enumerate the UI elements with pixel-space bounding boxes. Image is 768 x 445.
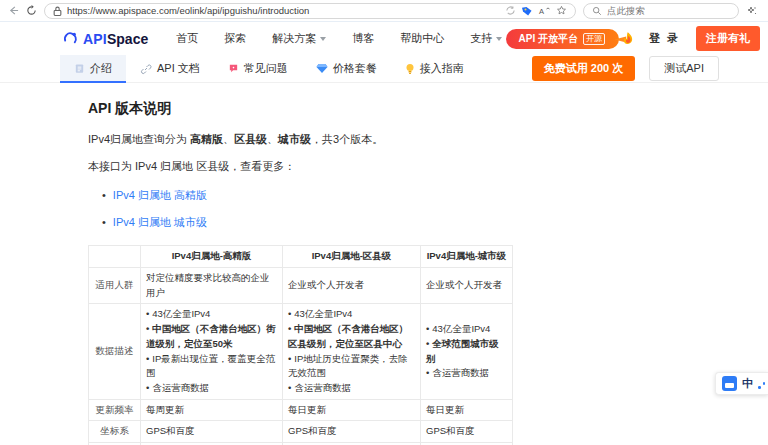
row-label: 数据描述 xyxy=(89,304,141,399)
sparkle-icon[interactable] xyxy=(746,5,758,17)
favorite-star-icon[interactable] xyxy=(556,5,567,16)
menu-item-help[interactable]: 帮助中心 xyxy=(400,31,444,46)
translate-icon[interactable] xyxy=(505,5,516,16)
text-segment: 城市级 xyxy=(278,133,311,145)
open-platform-badge[interactable]: API 开放平台 开源 xyxy=(506,29,618,49)
table-cell: 每周更新 xyxy=(141,399,283,421)
lightbulb-icon xyxy=(405,63,415,75)
svg-text:A: A xyxy=(539,7,544,16)
table-row: 适用人群对定位精度要求比较高的企业用户企业或个人开发者企业或个人开发者 xyxy=(89,267,513,303)
bullet-icon: • xyxy=(288,308,291,319)
browser-toolbar: https://www.apispace.com/eolink/api/ipgu… xyxy=(0,0,768,22)
text-segment: 高精版 xyxy=(190,133,223,145)
browser-search-box[interactable] xyxy=(583,3,739,19)
document-icon xyxy=(74,63,85,74)
table-header-cell xyxy=(89,246,141,268)
back-icon[interactable] xyxy=(8,5,19,16)
table-header-cell: IPv4归属地-高精版 xyxy=(141,246,283,268)
table-header-row: IPv4归属地-高精版IPv4归属地-区县级IPv4归属地-城市级 xyxy=(89,246,513,268)
translate-language-label: 中 xyxy=(742,376,753,391)
address-bar[interactable]: https://www.apispace.com/eolink/api/ipgu… xyxy=(44,3,576,19)
tab-faq[interactable]: 常见问题 xyxy=(214,55,302,82)
search-icon xyxy=(592,6,602,16)
chevron-down-icon xyxy=(496,37,502,41)
translate-dots-icon xyxy=(758,379,765,389)
tab-api-docs[interactable]: API 文档 xyxy=(126,55,214,82)
bullet-item: •IP地址历史位置聚类，去除无效范围 xyxy=(288,352,415,381)
table-cell: GPS和百度 xyxy=(141,421,283,443)
table-cell: GPS和百度 xyxy=(283,421,421,443)
open-source-tag: 开源 xyxy=(583,33,605,45)
bullet-item: •含运营商数据 xyxy=(426,366,507,381)
bullet-item: •中国地区（不含港台地区）区县级别，定位至区县中心 xyxy=(288,322,415,351)
main-menu: 首页 探索 解决方案 博客 帮助中心 支持 xyxy=(176,31,502,46)
tab-pricing[interactable]: 价格套餐 xyxy=(302,55,391,82)
menu-item-support[interactable]: 支持 xyxy=(470,31,502,46)
table-cell: 企业或个人开发者 xyxy=(283,267,421,303)
faq-icon xyxy=(228,63,239,74)
version-link-list: IPv4 归属地 高精版IPv4 归属地 城市级 xyxy=(102,188,768,230)
table-row: 数据描述•43亿全量IPv4•中国地区（不含港台地区）街道级别，定位至50米•I… xyxy=(89,304,513,399)
bullet-item: •43亿全量IPv4 xyxy=(146,307,277,322)
test-api-button[interactable]: 测试API xyxy=(649,56,719,81)
read-aloud-icon[interactable]: A xyxy=(538,5,551,16)
version-comparison-table: IPv4归属地-高精版IPv4归属地-区县级IPv4归属地-城市级适用人群对定位… xyxy=(88,245,513,445)
text-segment: 、 xyxy=(267,133,278,145)
more-paragraph: 本接口为 IPv4 归属地 区县级，查看更多： xyxy=(88,158,768,176)
lock-icon xyxy=(53,6,62,16)
bullet-item: •IP最新出现位置，覆盖更全范围 xyxy=(146,352,277,381)
row-label: 更新频率 xyxy=(89,399,141,421)
translate-widget[interactable]: 中 xyxy=(715,372,768,395)
bullet-item: •43亿全量IPv4 xyxy=(288,307,415,322)
table-row: 坐标系GPS和百度GPS和百度GPS和百度 xyxy=(89,421,513,443)
text-segment: 、 xyxy=(223,133,234,145)
navbar-right: API 开放平台 开源 登 录 注册有礼 xyxy=(506,26,760,51)
bullet-icon: • xyxy=(146,353,149,364)
text-segment: 区县级 xyxy=(234,133,267,145)
bullet-icon: • xyxy=(288,382,291,393)
bullet-icon: • xyxy=(426,338,429,349)
bullet-icon: • xyxy=(288,323,291,334)
apispace-logo[interactable]: APISpace xyxy=(62,30,148,48)
menu-item-home[interactable]: 首页 xyxy=(176,31,198,46)
logo-text-space: Space xyxy=(107,31,148,47)
row-label: 坐标系 xyxy=(89,421,141,443)
site-navbar: APISpace 首页 探索 解决方案 博客 帮助中心 支持 API 开放平台 … xyxy=(0,22,768,55)
search-input[interactable] xyxy=(607,5,730,16)
bullet-item: •含运营商数据 xyxy=(288,381,415,396)
chevron-down-icon xyxy=(320,37,326,41)
menu-item-solutions[interactable]: 解决方案 xyxy=(272,31,326,46)
table-cell: 对定位精度要求比较高的企业用户 xyxy=(141,267,283,303)
table-cell: •43亿全量IPv4•中国地区（不含港台地区）街道级别，定位至50米•IP最新出… xyxy=(141,304,283,399)
api-tabbar: 介绍 API 文档 常见问题 价格套餐 接入指南 免费试用 200 次 测试AP… xyxy=(0,55,768,83)
table-cell: 每日更新 xyxy=(421,399,513,421)
free-trial-button[interactable]: 免费试用 200 次 xyxy=(532,56,635,81)
link-icon xyxy=(140,63,152,75)
bullet-item: •含运营商数据 xyxy=(146,381,277,396)
table-cell: GPS和百度 xyxy=(421,421,513,443)
tab-introduction[interactable]: 介绍 xyxy=(60,55,126,82)
menu-item-explore[interactable]: 探索 xyxy=(224,31,246,46)
translate-app-icon xyxy=(722,376,737,391)
version-doc-link[interactable]: IPv4 归属地 城市级 xyxy=(113,216,207,228)
table-row: 更新频率每周更新每日更新每日更新 xyxy=(89,399,513,421)
tab-guide[interactable]: 接入指南 xyxy=(391,55,478,82)
text-segment: IPv4归属地查询分为 xyxy=(88,133,190,145)
reload-icon[interactable] xyxy=(26,5,37,16)
page-title: API 版本说明 xyxy=(88,100,768,118)
gem-icon xyxy=(316,63,328,74)
table-header-cell: IPv4归属地-区县级 xyxy=(283,246,421,268)
list-item: IPv4 归属地 城市级 xyxy=(102,215,768,230)
table-cell: 每日更新 xyxy=(283,399,421,421)
list-item: IPv4 归属地 高精版 xyxy=(102,188,768,203)
bullet-item: •43亿全量IPv4 xyxy=(426,322,507,337)
table-cell: 企业或个人开发者 xyxy=(421,267,513,303)
open-platform-label: API 开放平台 xyxy=(518,32,577,46)
menu-item-blog[interactable]: 博客 xyxy=(352,31,374,46)
login-link[interactable]: 登 录 xyxy=(649,31,680,46)
main-content: API 版本说明 IPv4归属地查询分为 高精版、区县级、城市级，共3个版本。 … xyxy=(0,83,768,445)
version-doc-link[interactable]: IPv4 归属地 高精版 xyxy=(113,189,207,201)
register-button[interactable]: 注册有礼 xyxy=(696,26,760,51)
bullet-icon: • xyxy=(146,382,149,393)
shopping-tag-icon[interactable] xyxy=(521,5,533,17)
